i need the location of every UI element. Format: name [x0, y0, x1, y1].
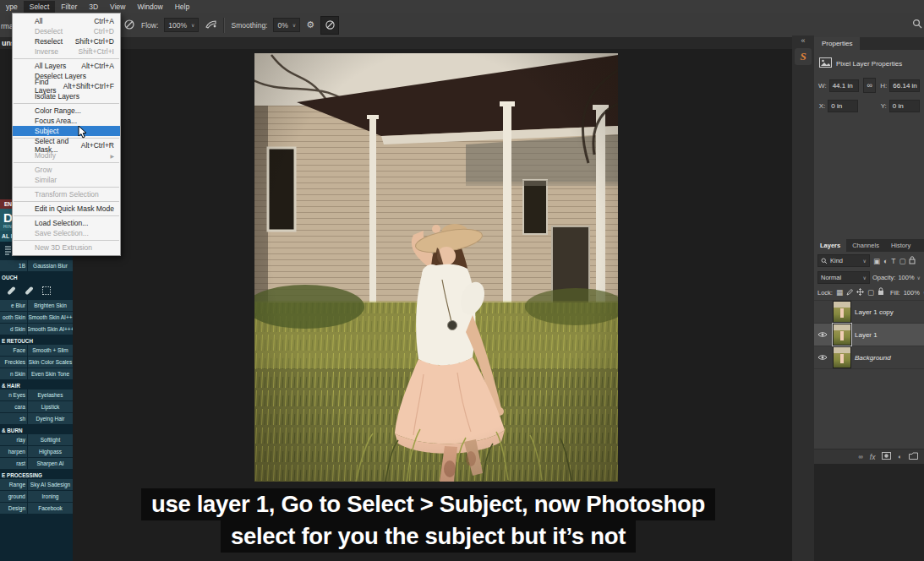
layer-row-layer1[interactable]: Layer 1 — [814, 324, 924, 346]
filter-shape-icon[interactable]: ▢ — [899, 257, 905, 265]
filter-type-icon[interactable]: T — [891, 257, 895, 265]
action-button-smooth-skin-ai2[interactable]: Smooth Skin AI++ — [28, 312, 73, 323]
action-button-dyeing-hair[interactable]: Dyeing Hair — [28, 413, 73, 424]
menu-3d[interactable]: 3D — [83, 1, 104, 13]
layer-thumbnail[interactable] — [833, 346, 851, 368]
menu-item-edit-quick-mask[interactable]: Edit in Quick Mask Mode — [13, 204, 120, 214]
action-button-lipstick[interactable]: Lipstick — [28, 401, 73, 412]
action-button-even-skin-tone[interactable]: Even Skin Tone — [28, 368, 73, 379]
eye-icon[interactable] — [816, 354, 829, 361]
lock-position-icon[interactable] — [856, 288, 864, 297]
fill-value[interactable]: 100% — [904, 289, 920, 297]
action-button[interactable]: d Skin — [0, 324, 27, 335]
action-button[interactable]: Freckles — [0, 357, 27, 368]
layer-row-layer1-copy[interactable]: Layer 1 copy — [814, 301, 924, 324]
menu-item-focus-area[interactable]: Focus Area... — [13, 116, 120, 126]
action-button-gaussian-blur[interactable]: Gaussian Blur — [28, 260, 73, 271]
filter-smart-object-icon[interactable] — [909, 256, 916, 266]
tab-layers[interactable]: Layers — [814, 239, 846, 252]
x-field[interactable]: 0 in — [828, 100, 858, 112]
action-button[interactable]: harpen — [0, 446, 27, 457]
layer-name[interactable]: Layer 1 copy — [855, 308, 894, 316]
search-icon[interactable] — [911, 18, 923, 33]
lock-pixels-icon[interactable] — [846, 288, 853, 297]
flow-input[interactable]: 100% ∨ — [164, 18, 199, 32]
menu-item-reselect[interactable]: ReselectShift+Ctrl+D — [13, 36, 120, 46]
menu-help[interactable]: Help — [169, 1, 195, 13]
action-button-eyelashes[interactable]: Eyelashes — [28, 389, 73, 400]
chevron-down-icon[interactable]: ∨ — [293, 22, 296, 28]
menu-item-subject[interactable]: Subject — [13, 126, 120, 136]
action-button[interactable]: rlay — [0, 434, 27, 445]
bandage-icon[interactable] — [25, 286, 34, 296]
add-mask-icon[interactable] — [882, 452, 891, 461]
filter-image-icon[interactable]: ▣ — [873, 257, 880, 265]
layer-thumbnail[interactable] — [833, 324, 851, 346]
action-button-highpass[interactable]: Highpass — [28, 446, 73, 457]
gear-icon[interactable]: ⚙ — [306, 19, 314, 30]
eye-icon[interactable] — [816, 331, 829, 338]
action-button[interactable]: sh — [0, 413, 27, 424]
layer-thumbnail[interactable] — [833, 301, 851, 323]
link-dimensions-icon[interactable]: ∞ — [863, 78, 876, 93]
lock-all-icon[interactable] — [878, 287, 884, 297]
layer-name[interactable]: Layer 1 — [855, 331, 878, 339]
bandage-icon[interactable] — [7, 286, 16, 296]
action-button[interactable]: ooth Skin — [0, 312, 27, 323]
menu-item-select-and-mask[interactable]: Select and Mask...Alt+Ctrl+R — [13, 140, 120, 150]
action-button-skin-color-scales[interactable]: Skin Color Scales — [28, 357, 73, 368]
menu-view[interactable]: View — [104, 1, 131, 13]
new-group-icon[interactable] — [909, 452, 918, 461]
tab-properties[interactable]: Properties — [814, 37, 860, 50]
kind-filter-select[interactable]: Kind ∨ — [817, 254, 870, 267]
photo-canvas[interactable] — [254, 53, 618, 485]
y-field[interactable]: 0 in — [889, 100, 920, 112]
menu-item-all-layers[interactable]: All LayersAlt+Ctrl+A — [13, 61, 120, 71]
menu-window[interactable]: Window — [131, 1, 168, 13]
lock-artboard-icon[interactable]: ▢ — [867, 288, 874, 297]
filter-adjustment-icon[interactable]: ◐ — [883, 257, 888, 265]
action-button-brighten-skin[interactable]: Brighten Skin — [28, 300, 73, 311]
menu-item-find-layers[interactable]: Find LayersAlt+Shift+Ctrl+F — [13, 81, 120, 91]
menu-item-deselect-layers[interactable]: Deselect Layers — [13, 71, 120, 81]
tab-history[interactable]: History — [885, 239, 916, 252]
action-button[interactable]: Face — [0, 345, 27, 356]
menu-select[interactable]: Select — [24, 1, 56, 13]
smoothing-input[interactable]: 0% ∨ — [273, 18, 300, 32]
layer-name[interactable]: Background — [855, 354, 891, 362]
tab-channels[interactable]: Channels — [846, 239, 885, 252]
action-button[interactable]: rast — [0, 458, 27, 469]
pattern-icon[interactable] — [42, 286, 51, 295]
lock-transparency-icon[interactable]: ▦ — [836, 288, 843, 297]
blend-mode-select[interactable]: Normal ∨ — [817, 271, 870, 284]
action-button[interactable]: n Skin — [0, 368, 27, 379]
width-field[interactable]: 44.1 in — [829, 79, 860, 92]
plugin-launcher-icon[interactable]: S — [795, 48, 812, 65]
airbrush-icon[interactable] — [205, 19, 217, 31]
adjustment-layer-icon[interactable]: ◐ — [898, 453, 902, 460]
link-layers-icon[interactable]: ∞ — [858, 453, 862, 460]
pressure-size-toggle[interactable] — [320, 16, 339, 35]
height-field[interactable]: 66.14 in — [889, 79, 920, 92]
opacity-value[interactable]: 100% — [898, 274, 914, 281]
menu-item-isolate-layers[interactable]: Isolate Layers — [13, 91, 120, 101]
print-icon[interactable] — [4, 246, 12, 256]
action-button-softlight[interactable]: Softlight — [28, 434, 73, 445]
pressure-opacity-icon[interactable] — [123, 19, 135, 32]
menu-filter[interactable]: Filter — [55, 1, 83, 13]
chevron-down-icon[interactable]: ∨ — [191, 22, 194, 28]
action-button[interactable]: n Eyes — [0, 389, 27, 400]
layer-row-background[interactable]: Background — [814, 346, 924, 369]
action-button[interactable]: e Blur — [0, 300, 27, 311]
menu-item-color-range[interactable]: Color Range... — [13, 106, 120, 116]
action-button[interactable]: cara — [0, 401, 27, 412]
layer-style-fx-icon[interactable]: fx — [870, 453, 876, 461]
collapse-panels-icon[interactable]: « — [792, 35, 814, 45]
action-button-smooth-skin-ai3[interactable]: Smooth Skin AI+++ — [28, 324, 73, 335]
action-button[interactable]: 1B — [0, 260, 27, 271]
action-button-sharpen-ai[interactable]: Sharpen AI — [28, 458, 73, 469]
action-button-smooth-slim[interactable]: Smooth + Slim — [28, 345, 73, 356]
menu-item-all[interactable]: AllCtrl+A — [13, 16, 120, 26]
menu-type[interactable]: ype — [0, 1, 24, 13]
menu-item-load-selection[interactable]: Load Selection... — [13, 218, 120, 228]
